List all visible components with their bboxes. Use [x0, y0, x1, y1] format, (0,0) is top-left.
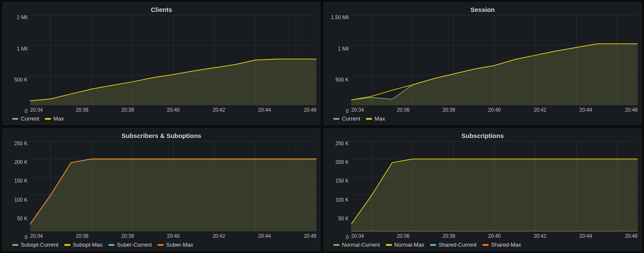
y-tick: 50 K: [338, 216, 349, 221]
legend-item[interactable]: Max: [366, 115, 385, 122]
x-tick: 20:44: [579, 233, 592, 239]
x-tick: 20:34: [351, 233, 364, 239]
x-axis: 20:3420:3620:3820:4020:4220:4420:46: [30, 231, 316, 240]
x-tick: 20:42: [534, 233, 547, 239]
legend-item[interactable]: Suber-Max: [158, 242, 193, 248]
plot[interactable]: [30, 141, 316, 231]
y-tick: 0: [346, 109, 349, 114]
plot-wrap: 20:3420:3620:3820:4020:4220:4420:46: [351, 141, 638, 240]
y-tick: 250 K: [336, 141, 349, 146]
y-tick: 1.50 Mil: [331, 15, 349, 20]
x-tick: 20:36: [397, 233, 410, 239]
legend-item[interactable]: Current: [333, 115, 360, 122]
y-axis: 2 Mil1 Mil500 K0: [6, 15, 30, 114]
x-axis: 20:3420:3620:3820:4020:4220:4420:46: [30, 105, 316, 114]
legend-swatch-icon: [12, 244, 18, 246]
x-tick: 20:46: [304, 233, 316, 239]
legend: CurrentMax: [328, 114, 638, 123]
legend-item[interactable]: Max: [45, 115, 64, 122]
plot[interactable]: [30, 15, 316, 105]
legend-label: Current: [342, 115, 360, 122]
panel-title: Subscribers & Suboptions: [6, 132, 316, 139]
plot-wrap: 20:3420:3620:3820:4020:4220:4420:46: [351, 15, 638, 114]
panel-clients: Clients 2 Mil1 Mil500 K0 20:3420:3620:38…: [3, 2, 320, 125]
y-axis: 250 K200 K150 K100 K50 K0: [6, 141, 30, 240]
x-tick: 20:40: [488, 233, 501, 239]
y-tick: 100 K: [14, 197, 28, 202]
y-tick: 150 K: [336, 178, 349, 183]
legend-label: Subopt-Max: [73, 242, 103, 248]
y-tick: 500 K: [336, 77, 349, 82]
legend-item[interactable]: Subopt-Current: [12, 242, 58, 248]
chart-area: 250 K200 K150 K100 K50 K0 20:3420:3620:3…: [328, 141, 638, 240]
y-axis: 250 K200 K150 K100 K50 K0: [328, 141, 351, 240]
legend-swatch-icon: [333, 244, 339, 246]
legend-swatch-icon: [366, 118, 372, 120]
y-tick: 100 K: [336, 197, 349, 202]
x-tick: 20:38: [121, 233, 134, 239]
x-tick: 20:38: [442, 233, 455, 239]
x-tick: 20:38: [121, 107, 134, 113]
chart-area: 250 K200 K150 K100 K50 K0 20:3420:3620:3…: [6, 141, 316, 240]
legend-item[interactable]: Normal-Current: [333, 242, 380, 248]
y-tick: 0: [346, 235, 349, 240]
panel-subscribers: Subscribers & Suboptions 250 K200 K150 K…: [3, 128, 320, 251]
x-tick: 20:34: [30, 233, 43, 239]
legend-label: Max: [53, 115, 64, 122]
plot-wrap: 20:3420:3620:3820:4020:4220:4420:46: [30, 141, 316, 240]
x-tick: 20:44: [258, 107, 271, 113]
legend-swatch-icon: [430, 244, 436, 246]
y-tick: 500 K: [14, 77, 28, 82]
chart-area: 2 Mil1 Mil500 K0 20:3420:3620:3820:4020:…: [6, 15, 316, 114]
panel-title: Subscriptions: [328, 132, 638, 139]
panel-title: Clients: [6, 6, 316, 13]
y-tick: 250 K: [14, 141, 28, 146]
legend-item[interactable]: Shared-Max: [483, 242, 521, 248]
x-tick: 20:38: [442, 107, 455, 113]
y-tick: 200 K: [14, 160, 28, 165]
panel-session: Session 1.50 Mil1 Mil500 K0 20:3420:3620…: [324, 2, 641, 125]
y-tick: 200 K: [336, 160, 349, 165]
y-axis: 1.50 Mil1 Mil500 K0: [328, 15, 351, 114]
legend-swatch-icon: [64, 244, 70, 246]
x-tick: 20:42: [213, 107, 225, 113]
legend-swatch-icon: [386, 244, 392, 246]
y-tick: 1 Mil: [338, 46, 349, 51]
legend: Normal-CurrentNormal-MaxShared-CurrentSh…: [328, 240, 638, 249]
x-tick: 20:40: [167, 233, 180, 239]
legend-label: Suber-Max: [166, 242, 193, 248]
x-tick: 20:34: [30, 107, 43, 113]
legend-label: Shared-Current: [439, 242, 477, 248]
x-tick: 20:36: [76, 107, 89, 113]
plot[interactable]: [351, 15, 638, 105]
legend-item[interactable]: Subopt-Max: [64, 242, 103, 248]
x-tick: 20:46: [304, 107, 316, 113]
x-tick: 20:42: [534, 107, 547, 113]
chart-area: 1.50 Mil1 Mil500 K0 20:3420:3620:3820:40…: [328, 15, 638, 114]
x-tick: 20:34: [351, 107, 364, 113]
plot-wrap: 20:3420:3620:3820:4020:4220:4420:46: [30, 15, 316, 114]
x-tick: 20:44: [579, 107, 592, 113]
legend-label: Subopt-Current: [21, 242, 58, 248]
legend-label: Normal-Current: [342, 242, 380, 248]
legend-label: Current: [21, 115, 39, 122]
legend-item[interactable]: Shared-Current: [430, 242, 477, 248]
y-tick: 50 K: [17, 216, 28, 221]
plot[interactable]: [351, 141, 638, 231]
legend-swatch-icon: [12, 118, 18, 120]
legend-item[interactable]: Normal-Max: [386, 242, 425, 248]
x-tick: 20:40: [167, 107, 180, 113]
y-tick: 2 Mil: [17, 15, 28, 20]
legend-item[interactable]: Suber-Current: [108, 242, 152, 248]
x-tick: 20:44: [258, 233, 271, 239]
legend: CurrentMax: [6, 114, 316, 123]
legend-swatch-icon: [108, 244, 114, 246]
legend-swatch-icon: [333, 118, 339, 120]
y-tick: 1 Mil: [17, 46, 28, 51]
y-tick: 0: [25, 235, 28, 240]
legend-swatch-icon: [158, 244, 164, 246]
legend-swatch-icon: [45, 118, 51, 120]
legend-item[interactable]: Current: [12, 115, 39, 122]
x-axis: 20:3420:3620:3820:4020:4220:4420:46: [351, 231, 638, 240]
legend-label: Normal-Max: [394, 242, 425, 248]
